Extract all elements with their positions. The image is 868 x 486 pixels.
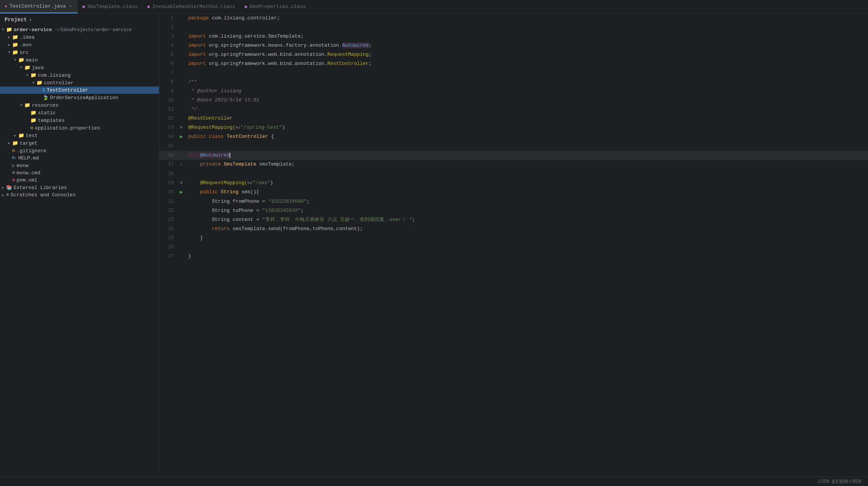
line-content: package com.lixiang.controller;	[185, 14, 868, 23]
line-number: 20	[159, 188, 178, 197]
tree-item-label: TestController	[47, 87, 88, 93]
cmd-icon: ≡	[12, 170, 15, 176]
tree-item-external-libraries[interactable]: ▶📚External Libraries	[0, 184, 159, 191]
line-number: 5	[159, 50, 178, 59]
tree-item-java[interactable]: ▼📁java	[0, 64, 159, 71]
line-number: 1	[159, 14, 178, 23]
tree-item-label: OrderServiceApplication	[50, 95, 118, 101]
sidebar-header: Project ∨	[0, 14, 159, 26]
impl-gutter-icon[interactable]: ▶	[180, 189, 183, 195]
code-line: 18	[159, 169, 868, 178]
tree-item-OrderServiceApplication[interactable]: 🍃OrderServiceApplication	[0, 94, 159, 101]
tree-item-src[interactable]: ▼📁src	[0, 49, 159, 56]
code-line: 12@RestController	[159, 114, 868, 123]
line-gutter	[178, 32, 185, 41]
globe-gutter-icon[interactable]: ⊕	[180, 180, 182, 186]
code-line: 25 }	[159, 234, 868, 243]
tree-item-label: Scratches and Consoles	[11, 192, 76, 198]
tree-item-target[interactable]: ▶📁target	[0, 139, 159, 147]
tab-testcontroller-java[interactable]: ● TestController.java ✕	[0, 0, 78, 13]
tab-smstemplate-class[interactable]: ◉ SmsTemplate.class	[78, 0, 143, 13]
tree-arrow-icon: ▼	[0, 28, 6, 32]
folder-icon: 📁	[12, 140, 18, 146]
code-line: 7	[159, 68, 868, 77]
tree-item-templates[interactable]: 📁templates	[0, 117, 159, 124]
globe-gutter-icon[interactable]: ⊕	[180, 125, 182, 130]
tree-item-mvn[interactable]: ▶📁.mvn	[0, 41, 159, 49]
folder-blue-icon: 📁	[24, 65, 30, 71]
line-number: 12	[159, 114, 178, 123]
tree-arrow-icon: ▶	[12, 133, 18, 138]
tab-smsproperties-class[interactable]: ◉ SmsProperties.class	[240, 0, 311, 13]
tree-item-idea[interactable]: ▶📁.idea	[0, 33, 159, 41]
code-line: 2	[159, 23, 868, 32]
impl-gutter-icon2[interactable]: ↓	[180, 161, 183, 167]
tree-item-HELP-md[interactable]: M↓HELP.md	[0, 155, 159, 162]
chevron-down-icon: ∨	[29, 17, 32, 22]
line-content: private SmsTemplate smsTemplate;	[185, 160, 868, 169]
tree-item-label: controller	[44, 80, 74, 86]
scratch-icon: ≡	[6, 192, 9, 198]
tree-item-TestController[interactable]: CTestController	[0, 87, 159, 94]
tree-item-label: com.lixiang	[38, 73, 71, 78]
tree-item-label: main	[26, 57, 38, 63]
line-content: import org.springframework.beans.factory…	[185, 41, 868, 50]
code-line: 9 * @author lixiang	[159, 87, 868, 96]
tree-arrow-icon: ▼	[6, 50, 12, 55]
tree-arrow-icon: ▼	[12, 58, 18, 62]
xml-icon: m	[12, 177, 15, 183]
line-content: @RequestMapping(⊕∨"/sms")	[185, 178, 868, 188]
line-gutter: ↓	[178, 160, 185, 169]
tree-arrow-icon: ▶	[0, 193, 6, 197]
tree-item-pom-xml[interactable]: mpom.xml	[0, 177, 159, 184]
tree-item-mvnw-cmd[interactable]: ≡mvnw.cmd	[0, 169, 159, 177]
tree-item-label: target	[20, 140, 38, 146]
code-line: 13⊕@RequestMapping(⊕∨"/spring-test")	[159, 123, 868, 132]
tree-item-com-lixiang[interactable]: ▼📁com.lixiang	[0, 71, 159, 79]
line-content: * @date 2023/5/16 11:01	[185, 96, 868, 105]
line-number: 4	[159, 41, 178, 50]
tree-item-mvnw[interactable]: ▷mvnw	[0, 162, 159, 169]
line-gutter	[178, 224, 185, 234]
line-gutter	[178, 169, 185, 178]
tree-item-label: .idea	[20, 35, 35, 40]
tree-item-application-properties[interactable]: ⚙application.properties	[0, 124, 159, 132]
tree-item-label: static	[38, 110, 56, 116]
line-gutter	[178, 41, 185, 50]
tree-item-label: External Libraries	[14, 185, 67, 191]
folder-icon: 📁	[12, 42, 18, 48]
tree-item-label: .gitignore	[17, 148, 46, 154]
line-number: 2	[159, 23, 178, 32]
tree-item-resources[interactable]: ▼📁resources	[0, 101, 159, 109]
line-number: 21	[159, 197, 178, 206]
line-content: return smsTemplate.send(fromPhone,toPhon…	[185, 224, 868, 234]
tree-item-gitignore[interactable]: ⊘.gitignore	[0, 147, 159, 155]
tab-close-button[interactable]: ✕	[68, 3, 73, 9]
tree-item-controller[interactable]: ▼📁controller	[0, 79, 159, 87]
tab-invocable-class[interactable]: ◉ InvocableHandlerMethod.class	[143, 0, 240, 13]
tree-item-main[interactable]: ▼📁main	[0, 56, 159, 64]
tree-arrow-icon: ▶	[6, 43, 12, 47]
folder-icon: 📁	[12, 49, 18, 55]
line-gutter	[178, 215, 185, 224]
line-gutter	[178, 105, 185, 114]
folder-icon: 📁	[30, 117, 36, 123]
code-line: 24 return smsTemplate.send(fromPhone,toP…	[159, 224, 868, 234]
tree-item-test[interactable]: ▶📁test	[0, 132, 159, 139]
line-number: 10	[159, 96, 178, 105]
tree-item-order-service[interactable]: ▼📁order-service ~/IdeaProjects/order-ser…	[0, 26, 159, 33]
line-content: public class TestController {	[185, 132, 868, 142]
code-editor[interactable]: 1package com.lixiang.controller;2 3impor…	[159, 14, 868, 477]
line-content: import org.springframework.web.bind.anno…	[185, 50, 868, 59]
tree-item-static[interactable]: 📁static	[0, 109, 159, 117]
impl-gutter-icon[interactable]: ▶	[180, 134, 183, 140]
folder-icon: 📁	[6, 27, 12, 33]
folder-icon: 📁	[18, 133, 24, 139]
status-text: CSDN @互联网小阿祥	[818, 478, 862, 485]
tree-item-label: src	[20, 50, 28, 55]
tree-item-scratches[interactable]: ▶≡Scratches and Consoles	[0, 191, 159, 199]
line-gutter	[178, 59, 185, 68]
line-gutter	[178, 252, 185, 261]
tree-item-label: mvnw.cmd	[17, 170, 40, 176]
spring-icon: 🍃	[42, 95, 49, 101]
